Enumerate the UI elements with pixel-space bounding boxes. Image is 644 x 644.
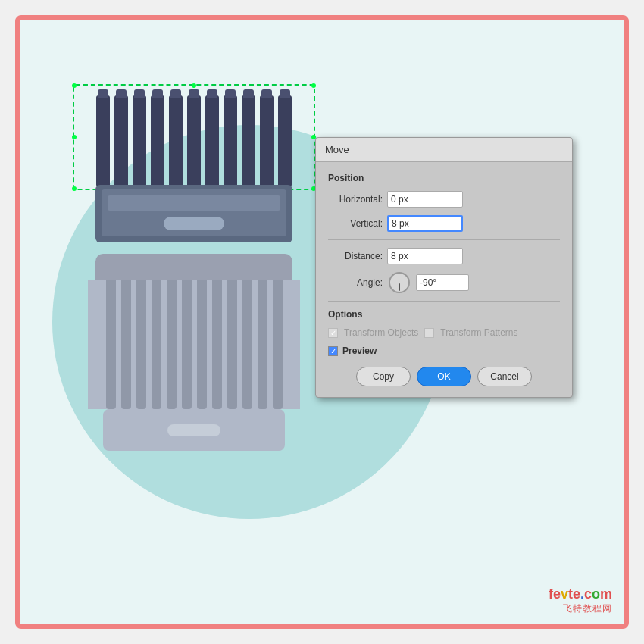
preview-row: ✓ Preview <box>328 345 560 356</box>
tooth-11 <box>278 95 292 186</box>
vertical-field-row: Vertical: <box>328 215 560 232</box>
vertical-label: Vertical: <box>328 218 383 229</box>
separator-2 <box>328 301 560 302</box>
sel-dot-tr <box>311 83 316 88</box>
dialog-button-row: Copy OK Cancel <box>328 367 560 386</box>
outer-frame: Move Position Horizontal: Vertical: Dist… <box>15 15 629 629</box>
sel-dot-ml <box>72 135 77 139</box>
separator-1 <box>328 239 560 240</box>
dialog-titlebar: Move <box>316 138 572 162</box>
copy-button[interactable]: Copy <box>356 367 411 386</box>
distance-label: Distance: <box>328 251 383 261</box>
dialog-title: Move <box>325 144 349 155</box>
horizontal-label: Horizontal: <box>328 194 383 205</box>
tooth-9 <box>242 95 255 186</box>
angle-label: Angle: <box>328 277 383 288</box>
comb-attachment <box>88 254 300 451</box>
dialog-body: Position Horizontal: Vertical: Distance:… <box>316 162 572 397</box>
transform-patterns-label: Transform Patterns <box>440 327 517 338</box>
watermark-chinese: 飞特教程网 <box>549 602 612 615</box>
angle-input[interactable] <box>416 274 469 291</box>
sel-dot-tl <box>72 83 77 88</box>
options-label: Options <box>328 309 560 320</box>
preview-label: Preview <box>342 345 377 356</box>
transform-options-row: ✓ Transform Objects Transform Patterns <box>328 327 560 338</box>
transform-objects-label: Transform Objects <box>344 327 418 338</box>
transform-patterns-checkbox[interactable] <box>424 328 434 338</box>
angle-dial[interactable] <box>389 272 410 293</box>
watermark: fevte.com 飞特教程网 <box>549 586 612 615</box>
tooth-8 <box>224 95 237 186</box>
horizontal-input[interactable] <box>387 191 463 208</box>
options-section: Options ✓ Transform Objects Transform Pa… <box>328 309 560 338</box>
horizontal-field-row: Horizontal: <box>328 191 560 208</box>
sel-dot-bl <box>72 186 77 191</box>
move-dialog: Move Position Horizontal: Vertical: Dist… <box>315 137 573 398</box>
watermark-url: fevte.com <box>549 586 612 602</box>
cancel-button[interactable]: Cancel <box>477 367 532 386</box>
tooth-7 <box>205 95 219 186</box>
tooth-5 <box>169 95 183 186</box>
sel-dot-tm <box>192 83 196 88</box>
transform-objects-checkbox[interactable]: ✓ <box>328 328 338 338</box>
preview-checkbox[interactable]: ✓ <box>328 346 338 356</box>
tooth-6 <box>187 95 201 186</box>
clipper-illustration <box>65 65 323 580</box>
dial-indicator <box>399 283 400 291</box>
clipper-teeth-row <box>80 95 308 186</box>
tooth-4 <box>151 95 164 186</box>
tooth-1 <box>96 95 110 186</box>
tooth-3 <box>133 95 146 186</box>
ok-button[interactable]: OK <box>417 367 471 386</box>
vertical-input[interactable] <box>387 215 463 232</box>
position-section-label: Position <box>328 173 560 183</box>
tooth-10 <box>260 95 274 186</box>
tooth-2 <box>114 95 128 186</box>
distance-input[interactable] <box>387 248 463 264</box>
angle-field-row: Angle: <box>328 272 560 293</box>
distance-field-row: Distance: <box>328 248 560 264</box>
